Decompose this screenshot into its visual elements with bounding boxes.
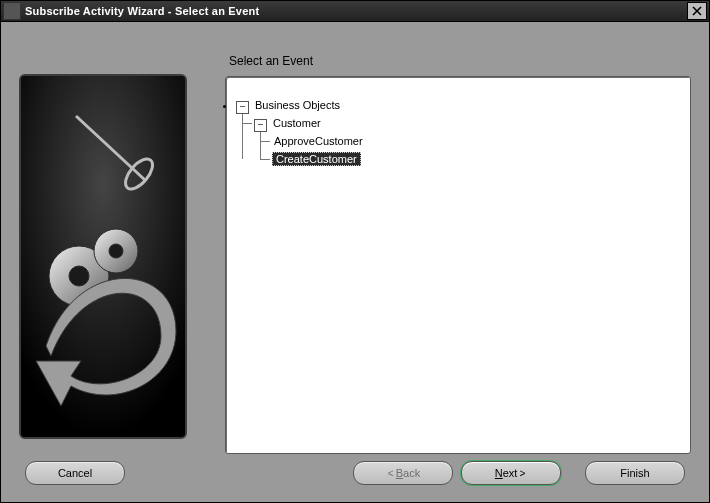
wizard-window: Subscribe Activity Wizard - Select an Ev… [0, 0, 710, 503]
close-icon [692, 6, 702, 16]
titlebar[interactable]: Subscribe Activity Wizard - Select an Ev… [1, 1, 709, 22]
chevron-right-icon: > [519, 468, 525, 479]
tree-label-create[interactable]: CreateCustomer [272, 152, 361, 166]
collapse-icon[interactable]: – [236, 101, 249, 114]
collapse-icon[interactable]: – [254, 119, 267, 132]
tree-label-customer[interactable]: Customer [271, 117, 323, 129]
content-row: Select an Event –Business Objects –Custo… [19, 50, 691, 454]
event-tree-box[interactable]: –Business Objects –Customer ApproveCusto… [225, 76, 691, 454]
right-pane: Select an Event –Business Objects –Custo… [225, 50, 691, 454]
cancel-label: Cancel [58, 467, 92, 479]
tree-label-approve[interactable]: ApproveCustomer [272, 135, 365, 147]
cancel-button[interactable]: Cancel [25, 461, 125, 485]
tree-leaf-approve-customer[interactable]: ApproveCustomer [272, 132, 680, 150]
wizard-footer: Cancel < Back Next > Finish [19, 454, 691, 492]
nav-button-group: < Back Next > [353, 461, 561, 485]
next-button[interactable]: Next > [461, 461, 561, 485]
tree-node-business-objects[interactable]: –Business Objects –Customer ApproveCusto… [236, 96, 680, 168]
app-icon [3, 2, 21, 20]
finish-button[interactable]: Finish [585, 461, 685, 485]
event-tree[interactable]: –Business Objects –Customer ApproveCusto… [236, 96, 680, 168]
finish-label: Finish [620, 467, 649, 479]
window-title: Subscribe Activity Wizard - Select an Ev… [25, 5, 687, 17]
close-button[interactable] [687, 2, 707, 20]
wizard-side-image [19, 74, 187, 439]
chevron-left-icon: < [388, 468, 394, 479]
back-button[interactable]: < Back [353, 461, 453, 485]
next-label: Next [495, 467, 518, 479]
wizard-body: Select an Event –Business Objects –Custo… [1, 22, 709, 502]
svg-point-6 [69, 266, 89, 286]
page-heading: Select an Event [229, 54, 691, 68]
tree-label-root[interactable]: Business Objects [253, 99, 342, 111]
svg-point-8 [109, 244, 123, 258]
tree-leaf-create-customer[interactable]: CreateCustomer [272, 150, 680, 168]
tree-node-customer[interactable]: –Customer ApproveCustomer CreateCustomer [254, 114, 680, 168]
back-label: Back [396, 467, 420, 479]
